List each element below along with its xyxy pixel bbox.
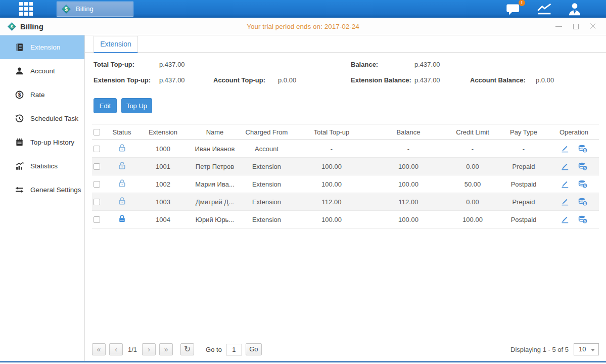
sidebar: Extension Account $ Rate Scheduled Task: [0, 35, 85, 361]
stat-account-topup: Account Top-up:p.0.00: [213, 76, 330, 85]
user-icon[interactable]: [568, 3, 582, 16]
stat-account-balance: Account Balance:p.0.00: [470, 76, 586, 85]
statistics-chart-icon[interactable]: [537, 3, 552, 15]
svg-text:$: $: [11, 24, 14, 29]
last-page-button[interactable]: »: [159, 343, 173, 355]
select-all-checkbox[interactable]: [94, 129, 100, 135]
pagination-bar: « ‹ 1/1 › » ↻ Go to Go Displaying 1 - 5 …: [92, 343, 599, 356]
row-checkbox[interactable]: [94, 163, 100, 170]
messages-icon[interactable]: !: [506, 3, 522, 16]
cell-name: Дмитрий Д...: [190, 198, 240, 206]
cell-name: Петр Петров: [190, 163, 240, 170]
edit-pencil-icon[interactable]: [561, 180, 569, 188]
edit-pencil-icon[interactable]: [561, 145, 569, 153]
header-charged-from[interactable]: Charged From: [240, 128, 293, 136]
cell-credit-limit: 0.00: [447, 163, 498, 170]
header-pay-type[interactable]: Pay Type: [498, 128, 549, 136]
stat-total-topup: Total Top-up:p.437.00: [94, 61, 260, 69]
notepad-icon: [15, 138, 24, 147]
taskbar-right-icons: !: [506, 3, 606, 16]
header-credit-limit[interactable]: Credit Limit: [447, 128, 498, 136]
sidebar-item-rate[interactable]: $ Rate: [0, 83, 84, 107]
cell-total-topup: 100.00: [293, 180, 370, 188]
sidebar-item-general-settings[interactable]: General Settings: [0, 178, 84, 202]
header-extension[interactable]: Extension: [136, 128, 190, 136]
cell-credit-limit: 100.00: [447, 216, 498, 223]
header-total-topup[interactable]: Total Top-up: [293, 128, 370, 136]
cell-total-topup: 100.00: [293, 216, 370, 223]
header-operation[interactable]: Operation: [549, 128, 599, 136]
sidebar-item-account[interactable]: Account: [0, 59, 84, 83]
sidebar-item-statistics[interactable]: Statistics: [0, 154, 84, 178]
row-checkbox[interactable]: [94, 181, 100, 188]
trial-notice: Your trial period ends on: 2017-02-24: [0, 23, 606, 30]
table-row: 1003Дмитрий Д...Extension112.00112.000.0…: [92, 193, 599, 211]
billing-diamond-icon: $: [61, 4, 71, 14]
table-header-row: Status Extension Name Charged From Total…: [92, 124, 599, 140]
cell-extension: 1000: [136, 145, 190, 153]
chevron-down-icon: [591, 349, 595, 351]
goto-label: Go to: [206, 346, 222, 353]
edit-button[interactable]: Edit: [94, 98, 117, 113]
sidebar-item-label: Rate: [30, 91, 45, 99]
first-page-button[interactable]: «: [92, 343, 106, 355]
app-grid-icon[interactable]: [18, 1, 34, 17]
row-checkbox[interactable]: [94, 146, 100, 152]
history-clock-icon: [15, 114, 24, 123]
sidebar-item-label: Scheduled Task: [30, 115, 78, 122]
cell-charged-from: Extension: [240, 216, 293, 223]
sidebar-item-topup-history[interactable]: Top-up History: [0, 130, 84, 154]
sidebar-item-label: Account: [30, 67, 55, 75]
cell-pay-type: -: [498, 145, 549, 153]
refresh-icon[interactable]: ↻: [180, 343, 194, 355]
edit-pencil-icon[interactable]: [561, 162, 569, 170]
svg-text:$: $: [18, 92, 21, 98]
main-panel: Extension Total Top-up:p.437.00 Balance:…: [85, 35, 606, 361]
sidebar-item-scheduled-task[interactable]: Scheduled Task: [0, 107, 84, 130]
next-page-button[interactable]: ›: [142, 343, 156, 355]
minimize-icon[interactable]: [555, 26, 562, 27]
sidebar-item-extension[interactable]: Extension: [0, 35, 84, 59]
topup-coins-icon[interactable]: $: [578, 162, 587, 170]
cell-extension: 1003: [136, 198, 190, 206]
cell-name: Мария Ива...: [190, 180, 240, 188]
topup-coins-icon[interactable]: $: [578, 198, 587, 206]
row-checkbox[interactable]: [94, 216, 100, 223]
lock-status-icon: [118, 164, 126, 171]
bar-chart-icon: [15, 162, 24, 170]
top-up-button[interactable]: Top Up: [121, 98, 152, 113]
window-titlebar: $ Billing Your trial period ends on: 201…: [0, 18, 606, 35]
cell-total-topup: 112.00: [293, 198, 370, 206]
sidebar-item-label: General Settings: [30, 186, 81, 194]
page-indicator: 1/1: [128, 346, 137, 353]
maximize-icon[interactable]: [573, 24, 579, 29]
edit-pencil-icon[interactable]: [561, 215, 569, 223]
cell-credit-limit: 0.00: [447, 198, 498, 206]
topup-coins-icon[interactable]: $: [578, 180, 587, 188]
topup-coins-icon[interactable]: $: [578, 215, 587, 223]
page-size-select[interactable]: 10: [574, 343, 599, 355]
billing-diamond-icon: $: [7, 22, 17, 31]
prev-page-button[interactable]: ‹: [109, 343, 123, 355]
cell-credit-limit: -: [447, 145, 498, 153]
header-balance[interactable]: Balance: [370, 128, 447, 136]
swap-arrows-icon: [15, 186, 24, 194]
tab-extension[interactable]: Extension: [94, 36, 138, 53]
go-button[interactable]: Go: [246, 343, 262, 355]
topup-coins-icon[interactable]: $: [578, 145, 587, 153]
lock-status-icon: [118, 146, 126, 154]
close-icon[interactable]: [590, 23, 596, 29]
goto-page-input[interactable]: [226, 344, 242, 355]
person-icon: [15, 67, 24, 75]
cell-extension: 1004: [136, 216, 190, 223]
svg-text:$: $: [65, 6, 68, 12]
header-status[interactable]: Status: [107, 128, 136, 136]
tab-strip: Extension: [85, 35, 606, 53]
stat-extension-balance: Extension Balance:p.437.00: [351, 76, 467, 85]
cell-charged-from: Extension: [240, 180, 293, 188]
stat-balance: Balance:p.437.00: [351, 61, 518, 69]
taskbar-tab-billing[interactable]: $ Billing: [57, 2, 133, 17]
header-name[interactable]: Name: [190, 128, 240, 136]
edit-pencil-icon[interactable]: [561, 198, 569, 206]
row-checkbox[interactable]: [94, 199, 100, 205]
